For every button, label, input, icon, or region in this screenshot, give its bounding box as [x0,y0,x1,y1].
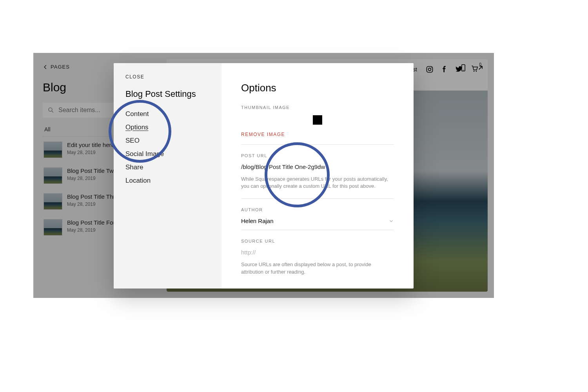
thumbnail-preview[interactable] [313,115,322,125]
nav-item-seo[interactable]: SEO [125,137,210,145]
post-date: May 28, 2019 [67,227,118,233]
facebook-icon[interactable] [441,65,448,73]
nav-item-content[interactable]: Content [125,110,210,118]
nav-item-location[interactable]: Location [125,177,210,185]
source-url-help: Source URLs are often displayed below a … [241,261,394,275]
source-url-input[interactable]: http:// [241,249,394,256]
source-url-label: SOURCE URL [241,239,394,243]
mobile-preview-icon[interactable] [459,64,467,72]
author-label: AUTHOR [241,207,394,212]
blog-post-settings-modal: CLOSE Blog Post Settings Content Options… [114,63,414,289]
instagram-icon[interactable] [426,65,434,73]
post-url-label: POST URL [241,153,394,158]
author-select[interactable]: Helen Rajan [241,218,394,224]
post-thumbnail [44,142,62,158]
nav-item-share[interactable]: Share [125,163,210,171]
close-button[interactable]: CLOSE [125,74,210,80]
post-thumbnail [44,219,62,236]
divider [241,230,394,230]
chevron-down-icon [388,218,394,224]
divider [241,144,394,145]
chevron-left-icon [43,64,48,70]
modal-title: Blog Post Settings [125,89,210,99]
post-date: May 28, 2019 [67,150,114,155]
post-url-help: While Squarespace generates URLs for you… [241,176,394,190]
options-heading: Options [241,82,394,94]
divider [241,198,394,199]
post-title: Blog Post Title Two [67,167,117,174]
post-date: May 28, 2019 [67,176,117,181]
svg-point-0 [49,108,52,111]
post-thumbnail [44,193,62,210]
svg-point-7 [463,70,464,71]
search-icon [47,107,54,114]
post-title: Blog Post Title Four [67,219,118,226]
thumbnail-label: THUMBNAIL IMAGE [241,105,394,110]
svg-point-3 [431,67,432,68]
svg-point-2 [428,68,431,71]
nav-item-options[interactable]: Options [125,123,210,131]
back-label: PAGES [51,64,70,70]
post-title: Edit your title here [67,142,114,148]
nav-item-social-image[interactable]: Social Image [125,150,210,158]
expand-icon[interactable] [477,64,485,72]
post-url-input[interactable]: /blog/Blog Post Title One-2g9dw [241,163,394,170]
post-thumbnail [44,167,62,184]
author-value: Helen Rajan [241,218,274,224]
remove-image-button[interactable]: REMOVE IMAGE [241,132,394,137]
